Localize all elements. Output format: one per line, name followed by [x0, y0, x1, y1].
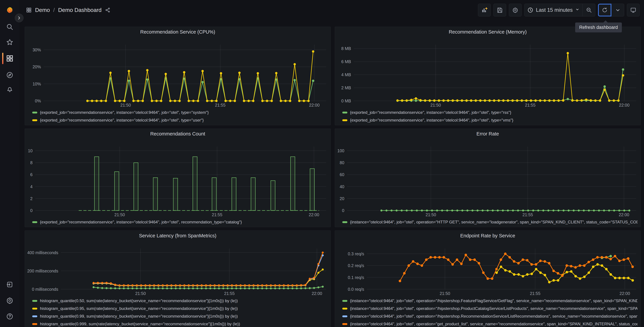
svg-text:21:50: 21:50	[426, 212, 436, 217]
add-panel-button[interactable]	[478, 4, 491, 16]
legend-item[interactable]: histogram_quantile(0.50, sum(rate(latenc…	[32, 297, 328, 305]
svg-text:21:55: 21:55	[212, 212, 222, 217]
chart-canvas[interactable]: 02040608010021:5021:5522:00	[336, 139, 639, 217]
chart-canvas[interactable]: 0 MB2 MB4 MB6 MB8 MB21:5021:5522:00	[336, 37, 639, 108]
legend-item[interactable]: histogram_quantile(0.95, sum(rate(latenc…	[32, 305, 328, 312]
chart-canvas[interactable]: 0.0 req/s0.1 req/s0.2 req/s0.3 req/s21:5…	[336, 241, 639, 296]
sign-in-icon[interactable]	[6, 280, 14, 288]
chart-canvas[interactable]: 0%10%20%30%21:5021:5522:00	[26, 37, 329, 108]
legend: histogram_quantile(0.50, sum(rate(latenc…	[26, 297, 329, 327]
starred-icon[interactable]	[6, 38, 14, 46]
legend-swatch	[342, 112, 347, 114]
panel-title[interactable]: Endpoint Rate by Service	[335, 231, 640, 241]
legend-item[interactable]: {instance="otelcol:9464", job="otel", op…	[342, 320, 638, 327]
legend-item[interactable]: {exported_job="recommendationservice", i…	[32, 218, 328, 226]
svg-text:22:00: 22:00	[619, 212, 629, 217]
svg-text:400 milliseconds: 400 milliseconds	[27, 250, 58, 255]
settings-gear-icon[interactable]	[6, 296, 14, 304]
legend: {instance="otelcol:9464", job="otel", op…	[336, 218, 639, 227]
panel-title[interactable]: Error Rate	[335, 129, 640, 139]
kiosk-mode-button[interactable]	[627, 4, 640, 16]
chart-area[interactable]: 0%10%20%30%21:5021:5522:00	[26, 37, 329, 108]
legend-item[interactable]: {exported_job="recommendationservice", i…	[342, 108, 638, 116]
breadcrumb-section[interactable]: Demo	[35, 7, 50, 13]
svg-text:22:00: 22:00	[620, 291, 630, 296]
legend-swatch	[342, 323, 347, 325]
refresh-dashboard-button[interactable]	[598, 4, 612, 16]
panel-recommendation-memory: Recommendation Service (Memory) 0 MB2 MB…	[335, 27, 641, 125]
panel-title[interactable]: Recommendation Service (CPU%)	[25, 27, 330, 37]
svg-text:21:55: 21:55	[525, 103, 536, 108]
svg-text:0.3 req/s: 0.3 req/s	[348, 252, 364, 256]
svg-text:6 MB: 6 MB	[341, 59, 351, 64]
svg-text:6: 6	[30, 172, 32, 177]
legend-item[interactable]: histogram_quantile(0.99, sum(rate(latenc…	[32, 312, 328, 320]
legend-item[interactable]: {instance="otelcol:9464", job="otel", op…	[342, 218, 638, 226]
help-icon[interactable]	[6, 312, 14, 320]
zoom-out-button[interactable]	[582, 4, 595, 16]
legend-label: {exported_job="recommendationservice", i…	[350, 118, 514, 122]
legend-item[interactable]: {instance="otelcol:9464", job="otel", op…	[342, 297, 638, 305]
legend-swatch	[32, 300, 37, 302]
legend: {instance="otelcol:9464", job="otel", op…	[336, 297, 639, 327]
sidebar-item-dashboards[interactable]	[6, 54, 14, 62]
legend-swatch	[32, 308, 37, 310]
svg-text:21:50: 21:50	[430, 103, 441, 108]
legend-label: {instance="otelcol:9464", job="otel", op…	[350, 306, 638, 311]
chart-area[interactable]: 0 milliseconds200 milliseconds400 millis…	[26, 241, 329, 296]
legend-label: {exported_job="recommendationservice", i…	[40, 118, 204, 122]
chart-area[interactable]: 0 MB2 MB4 MB6 MB8 MB21:5021:5522:00	[336, 37, 639, 108]
chart-canvas[interactable]: 0 milliseconds200 milliseconds400 millis…	[26, 241, 329, 296]
legend-item[interactable]: histogram_quantile(0.999, sum(rate(laten…	[32, 320, 328, 327]
legend-item[interactable]: {instance="otelcol:9464", job="otel", op…	[342, 305, 638, 312]
save-dashboard-button[interactable]	[494, 4, 506, 16]
panel-error-rate: Error Rate 02040608010021:5021:5522:00 {…	[335, 128, 641, 227]
chart-area[interactable]: 02040608010021:5021:5522:00	[336, 139, 639, 217]
legend-label: histogram_quantile(0.50, sum(rate(latenc…	[40, 298, 238, 303]
chart-area[interactable]: 024681021:5021:5522:00	[26, 139, 329, 217]
svg-text:22:00: 22:00	[309, 212, 319, 217]
svg-text:10%: 10%	[32, 82, 41, 86]
svg-text:21:55: 21:55	[530, 291, 540, 296]
legend: {exported_job="recommendationservice", i…	[26, 218, 329, 227]
legend-item[interactable]: {instance="otelcol:9464", job="otel", op…	[342, 312, 638, 320]
grafana-logo[interactable]	[6, 6, 14, 14]
explore-compass-icon[interactable]	[6, 71, 14, 79]
legend-swatch	[32, 112, 37, 114]
svg-text:40: 40	[340, 184, 344, 189]
alerting-bell-icon[interactable]	[6, 85, 14, 93]
dashboard-settings-button[interactable]	[509, 4, 522, 16]
active-indicator	[2, 53, 3, 64]
svg-text:20%: 20%	[32, 64, 41, 69]
svg-text:200 milliseconds: 200 milliseconds	[27, 268, 58, 273]
svg-text:22:00: 22:00	[312, 291, 322, 296]
legend-label: {instance="otelcol:9464", job="otel", op…	[350, 314, 638, 318]
sidebar-expand-button[interactable]	[15, 14, 24, 22]
legend-item[interactable]: {exported_job="recommendationservice", i…	[32, 116, 328, 124]
legend-swatch	[32, 221, 37, 223]
panel-service-latency: Service Latency (from SpanMetrics) 0 mil…	[25, 230, 331, 327]
chart-area[interactable]: 0.0 req/s0.1 req/s0.2 req/s0.3 req/s21:5…	[336, 241, 639, 296]
svg-text:0%: 0%	[35, 98, 41, 103]
time-range-picker[interactable]: Last 15 minutes	[524, 4, 582, 16]
refresh-tooltip: Refresh dashboard	[575, 22, 622, 32]
legend-label: histogram_quantile(0.95, sum(rate(latenc…	[40, 306, 238, 311]
refresh-interval-dropdown[interactable]	[612, 4, 624, 16]
search-icon[interactable]	[6, 23, 14, 31]
panel-title[interactable]: Recommendations Count	[25, 129, 330, 139]
chart-canvas[interactable]: 024681021:5021:5522:00	[26, 139, 329, 217]
legend-label: {exported_job="recommendationservice", i…	[350, 110, 511, 115]
legend-label: histogram_quantile(0.99, sum(rate(latenc…	[40, 314, 238, 318]
svg-text:80: 80	[340, 160, 344, 165]
apps-grid-icon	[26, 7, 32, 13]
legend-item[interactable]: {exported_job="recommendationservice", i…	[32, 108, 328, 116]
legend-item[interactable]: {exported_job="recommendationservice", i…	[342, 116, 638, 124]
svg-text:0.1 req/s: 0.1 req/s	[348, 275, 364, 280]
svg-text:4 MB: 4 MB	[341, 72, 351, 77]
share-icon[interactable]	[105, 7, 111, 13]
breadcrumb-page-title[interactable]: Demo Dashboard	[58, 7, 102, 13]
panel-title[interactable]: Service Latency (from SpanMetrics)	[25, 231, 330, 241]
legend-swatch	[32, 119, 37, 121]
legend-swatch	[32, 323, 37, 325]
legend-swatch	[342, 308, 347, 310]
